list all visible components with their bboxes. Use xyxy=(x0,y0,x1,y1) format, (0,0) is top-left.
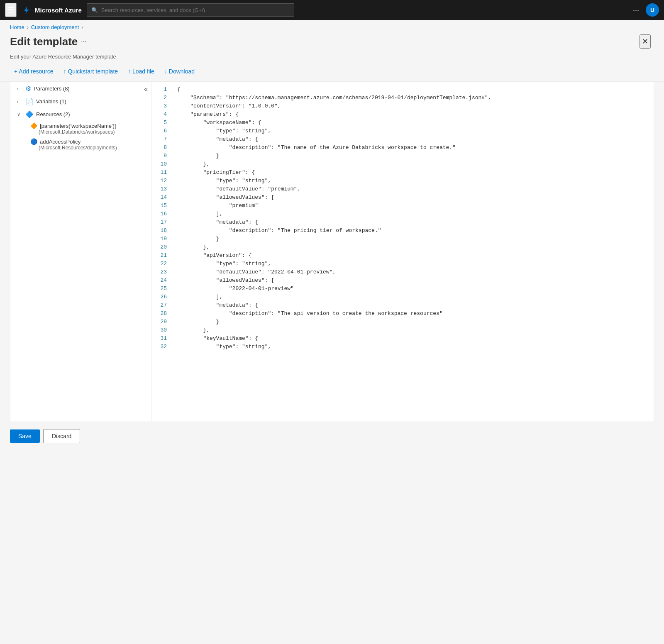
deployments-icon: 🔵 xyxy=(30,138,37,145)
resources-icon: 🔷 xyxy=(25,110,34,118)
discard-button[interactable]: Discard xyxy=(43,429,80,443)
resource-item-1[interactable]: 🔵 addAccessPolicy (Microsoft.Resources/d… xyxy=(10,137,151,152)
line-numbers: 1234567891011121314151617181920212223242… xyxy=(151,82,172,422)
code-content[interactable]: { "$schema": "https://schema.management.… xyxy=(172,82,654,422)
add-resource-label: + Add resource xyxy=(14,68,54,75)
breadcrumb-sep-1: › xyxy=(27,24,29,30)
avatar[interactable]: U xyxy=(646,3,659,17)
resource-1-type: (Microsoft.Resources/deployments) xyxy=(30,145,146,151)
hamburger-icon: ☰ xyxy=(7,6,14,14)
code-editor-area[interactable]: 1234567891011121314151617181920212223242… xyxy=(151,82,654,422)
databricks-icon: 🔶 xyxy=(30,122,37,129)
page-more-button[interactable]: ··· xyxy=(81,38,86,45)
quickstart-template-label: ↑ Quickstart template xyxy=(63,68,118,75)
save-button[interactable]: Save xyxy=(10,429,40,443)
chevron-down-icon: ∨ xyxy=(17,112,23,117)
resources-label: Resources (2) xyxy=(36,111,70,117)
close-button[interactable]: ✕ xyxy=(640,34,651,49)
quickstart-template-button[interactable]: ↑ Quickstart template xyxy=(59,66,122,77)
breadcrumb: Home › Custom deployment › xyxy=(0,20,664,33)
tree-variables[interactable]: › 📄 Variables (1) xyxy=(10,95,151,108)
main-content: « › ⚙ Parameters (8) › 📄 Variables (1) ∨… xyxy=(10,82,654,422)
resource-0-name: 🔶 [parameters('workspaceName')] xyxy=(30,122,146,129)
resource-0-type: (Microsoft.Databricks/workspaces) xyxy=(30,129,146,135)
load-file-button[interactable]: ↑ Load file xyxy=(124,66,159,77)
footer: Save Discard xyxy=(0,424,664,448)
left-panel: « › ⚙ Parameters (8) › 📄 Variables (1) ∨… xyxy=(10,82,151,422)
tree-resources[interactable]: ∨ 🔷 Resources (2) xyxy=(10,108,151,121)
chevron-right-icon-vars: › xyxy=(17,99,23,104)
resource-item-0[interactable]: 🔶 [parameters('workspaceName')] (Microso… xyxy=(10,121,151,137)
resource-1-name: 🔵 addAccessPolicy xyxy=(30,138,146,145)
azure-logo: Microsoft Azure xyxy=(22,5,82,15)
parameters-icon: ⚙ xyxy=(25,85,31,93)
hamburger-button[interactable]: ☰ xyxy=(5,3,17,17)
chevron-right-icon: › xyxy=(17,86,23,91)
page-title-row: Edit template ··· xyxy=(10,35,87,48)
breadcrumb-sep-2: › xyxy=(81,24,83,30)
collapse-panel-button[interactable]: « xyxy=(144,85,148,93)
search-input[interactable] xyxy=(101,7,290,13)
toolbar: + Add resource ↑ Quickstart template ↑ L… xyxy=(0,63,664,82)
page-header: Edit template ··· ✕ xyxy=(0,33,664,54)
breadcrumb-home[interactable]: Home xyxy=(10,24,24,30)
parameters-label: Parameters (8) xyxy=(34,85,70,92)
page-subtitle: Edit your Azure Resource Manager templat… xyxy=(0,54,664,63)
breadcrumb-custom-deployment[interactable]: Custom deployment xyxy=(31,24,79,30)
variables-icon: 📄 xyxy=(25,98,34,105)
search-box[interactable]: 🔍 xyxy=(87,3,294,17)
load-file-label: ↑ Load file xyxy=(128,68,154,75)
add-resource-button[interactable]: + Add resource xyxy=(10,66,58,77)
page-title: Edit template xyxy=(10,35,78,48)
tree-parameters[interactable]: › ⚙ Parameters (8) xyxy=(10,82,151,95)
app-name: Microsoft Azure xyxy=(35,7,82,14)
code-editor: 1234567891011121314151617181920212223242… xyxy=(151,82,654,422)
variables-label: Variables (1) xyxy=(36,98,66,105)
nav-more-button[interactable]: ··· xyxy=(631,4,641,16)
top-nav: ☰ Microsoft Azure 🔍 ··· U xyxy=(0,0,664,20)
azure-icon xyxy=(22,5,32,15)
search-icon: 🔍 xyxy=(91,7,98,13)
download-button[interactable]: ↓ Download xyxy=(160,66,199,77)
download-label: ↓ Download xyxy=(164,68,195,75)
